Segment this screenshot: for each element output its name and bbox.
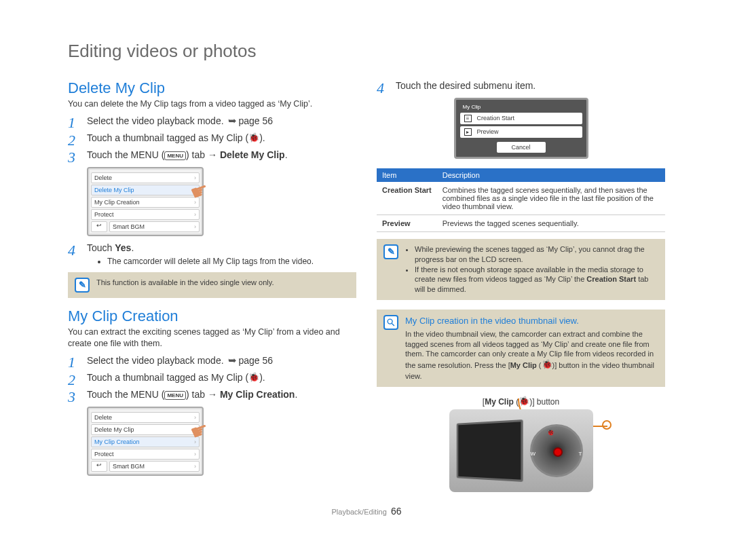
pageref: page 56 [228,354,273,367]
dialog-preview[interactable]: Preview [460,126,582,138]
myclip-icon: 🐞 [248,372,259,382]
step-3: Touch the MENU (MENU) tab→Delete My Clip… [68,149,356,162]
menu-item-delete-my-clip[interactable]: Delete My Clip› [91,185,200,195]
menu-item-delete[interactable]: Delete› [91,412,200,423]
page-footer: Playback/Editing 66 [68,506,665,517]
myclip-icon: 🐞 [519,396,529,406]
intro-creation: You can extract the exciting scenes tagg… [68,326,356,350]
info-note-single-view: ✎ This function is available in the vide… [68,272,356,298]
svg-line-1 [392,324,394,326]
step-4: Touch Yes. The camcorder will delete all… [68,242,356,267]
menu-item-smart-bgm[interactable]: Smart BGM› [109,221,200,232]
heading-my-clip-creation: My Clip Creation [68,307,356,325]
svg-point-0 [388,319,392,324]
camcorder-illustration: 🐞 WT [449,409,593,492]
step-1b: Select the video playback mode. page 56 [68,354,356,367]
myclip-icon: 🐞 [248,132,259,143]
lcd-menu-creation: Delete› Delete My Clip› My Clip Creation… [87,407,204,476]
info-note-preview: ✎ While previewing the scenes tagged as … [377,239,665,300]
menu-chip-icon: MENU [164,391,186,400]
dialog-cancel[interactable]: Cancel [497,142,546,153]
right-column: Touch the desired submenu item. My Clip … [377,75,665,496]
menu-item-protect[interactable]: Protect› [91,209,200,220]
th-item: Item [377,168,437,182]
camcorder-callout: [My Clip (🐞)] button 🐞 WT [377,396,665,492]
table-row: Preview Previews the tagged scenes seque… [377,214,665,231]
th-description: Description [437,168,665,182]
menu-item-smart-bgm[interactable]: Smart BGM› [109,461,200,472]
info-title: My Clip creation in the video thumbnail … [405,315,658,327]
myclip-icon: 🐞 [542,359,552,369]
dialog-title: My Clip [463,104,582,110]
back-button[interactable]: ↩ [91,221,107,232]
magnifier-icon [383,315,398,330]
creation-icon [464,115,472,122]
table-row: Creation Start Combines the tagged scene… [377,182,665,215]
info-note-thumbnail-view: My Clip creation in the video thumbnail … [377,310,665,386]
step-2b: Touch a thumbnail tagged as My Clip (🐞). [68,371,356,384]
page-title: Editing videos or photos [68,41,665,62]
description-table: Item Description Creation Start Combines… [377,168,665,232]
step-4-note: The camcorder will delete all My Clip ta… [107,256,356,267]
record-button[interactable] [553,447,563,457]
menu-item-my-clip-creation[interactable]: My Clip Creation› [91,436,200,447]
lcd-menu-delete: Delete› Delete My Clip› My Clip Creation… [87,167,204,236]
camcorder-dial: 🐞 WT [530,424,583,477]
step-2: Touch a thumbnail tagged as My Clip (🐞). [68,132,356,145]
note-bullet: If there is not enough storage space ava… [415,265,658,295]
callout-label: [My Clip (🐞)] button [377,396,665,407]
intro-delete: You can delete the My Clip tags from a v… [68,98,356,110]
left-column: Delete My Clip You can delete the My Cli… [68,75,356,496]
info-icon: ✎ [75,278,90,293]
pageref: page 56 [228,114,273,128]
menu-item-delete-my-clip[interactable]: Delete My Clip› [91,424,200,435]
menu-item-delete[interactable]: Delete› [91,172,200,183]
step-4-right: Touch the desired submenu item. [377,79,665,92]
myclip-dialog: My Clip Creation Start Preview Cancel [454,98,588,159]
myclip-button[interactable]: 🐞 [546,428,555,436]
note-bullet: While previewing the scenes tagged as ‘M… [415,244,658,265]
info-icon: ✎ [383,244,398,259]
heading-delete-my-clip: Delete My Clip [68,79,356,97]
menu-chip-icon: MENU [164,151,186,160]
back-button[interactable]: ↩ [91,461,107,472]
camcorder-screen [456,419,523,482]
step-3b: Touch the MENU (MENU) tab→My Clip Creati… [68,388,356,401]
dialog-creation-start[interactable]: Creation Start [460,113,582,124]
menu-item-my-clip-creation[interactable]: My Clip Creation› [91,197,200,208]
step-1: Select the video playback mode. page 56 [68,114,356,128]
menu-item-protect[interactable]: Protect› [91,449,200,460]
play-icon [464,128,472,136]
